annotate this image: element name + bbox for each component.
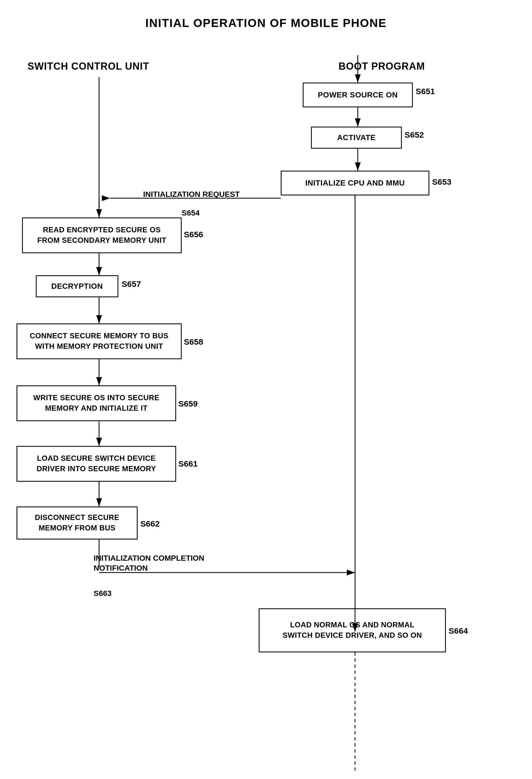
- box-s656: READ ENCRYPTED SECURE OSFROM SECONDARY M…: [22, 218, 182, 253]
- column-label-right: BOOT PROGRAM: [339, 61, 425, 72]
- box-s652: ACTIVATE: [311, 127, 402, 148]
- label-s658: S658: [184, 337, 203, 347]
- label-s657: S657: [122, 280, 141, 289]
- box-s662: DISCONNECT SECUREMEMORY FROM BUS: [16, 506, 138, 540]
- msg-init-complete: INITIALIZATION COMPLETIONNOTIFICATION: [94, 553, 204, 574]
- label-s651: S651: [416, 87, 435, 96]
- label-s652: S652: [405, 130, 424, 139]
- box-s664: LOAD NORMAL OS AND NORMALSWITCH DEVICE D…: [259, 608, 446, 652]
- box-s661: LOAD SECURE SWITCH DEVICEDRIVER INTO SEC…: [16, 446, 176, 482]
- label-s662: S662: [140, 519, 160, 529]
- box-s657: DECRYPTION: [36, 275, 118, 297]
- page-title: INITIAL OPERATION OF MOBILE PHONE: [0, 16, 532, 30]
- label-s656: S656: [184, 230, 203, 239]
- label-s659: S659: [178, 399, 197, 409]
- box-s659: WRITE SECURE OS INTO SECUREMEMORY AND IN…: [16, 385, 176, 421]
- box-s658: CONNECT SECURE MEMORY TO BUSWITH MEMORY …: [16, 323, 182, 359]
- column-label-left: SWITCH CONTROL UNIT: [27, 61, 149, 72]
- box-s651: POWER SOURCE ON: [303, 82, 413, 107]
- msg-init-request: INITIALIZATION REQUEST: [143, 189, 240, 199]
- label-s654: S654: [182, 208, 199, 218]
- box-s653: INITIALIZE CPU AND MMU: [281, 171, 429, 195]
- diagram-container: INITIAL OPERATION OF MOBILE PHONE SWITCH…: [0, 0, 532, 779]
- label-s664: S664: [449, 626, 468, 636]
- label-s661: S661: [178, 459, 197, 469]
- label-s653: S653: [432, 177, 451, 187]
- label-s663: S663: [94, 589, 112, 598]
